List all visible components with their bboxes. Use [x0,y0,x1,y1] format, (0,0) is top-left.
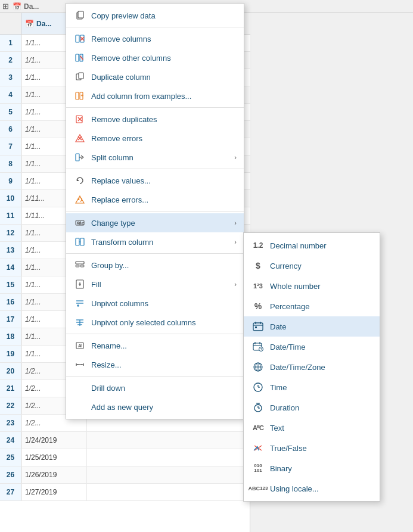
split-column-icon [73,151,86,163]
change-type-submenu: 1.2 Decimal number $ Currency 1²3 Whole … [243,232,380,502]
menu-item-transform-column[interactable]: Transform column › [66,232,244,251]
menu-item-drill-down[interactable]: Drill down [66,378,244,397]
transform-column-icon [73,236,86,248]
svg-marker-26 [78,198,80,200]
svg-rect-34 [76,265,79,267]
submenu-item-percentage[interactable]: % Percentage [244,296,380,316]
submenu-item-decimal-number[interactable]: 1.2 Decimal number [244,235,380,256]
date-time-icon [251,340,265,353]
remove-columns-icon [73,33,86,45]
menu-item-remove-other-columns[interactable]: Remove other columns [66,48,244,67]
rename-label: Rename... [91,341,237,350]
resize-label: Resize... [91,360,237,369]
change-type-arrow: › [234,219,237,226]
submenu-item-currency[interactable]: $ Currency [244,256,380,276]
add-column-examples-icon: + [73,90,86,102]
copy-icon [73,10,86,21]
menu-item-rename[interactable]: A Rename... [66,336,244,355]
menu-item-remove-duplicates[interactable]: Remove duplicates [66,110,244,129]
date-time-zone-label: Date/Time/Zone [270,363,372,372]
menu-item-replace-errors[interactable]: Replace errors... [66,190,244,209]
drill-down-icon [73,382,86,394]
remove-duplicates-label: Remove duplicates [91,115,237,124]
menu-item-remove-errors[interactable]: Remove errors [66,129,244,148]
replace-values-icon [73,175,86,186]
menu-item-resize[interactable]: Resize... [66,355,244,374]
menu-item-group-by[interactable]: Group by... [66,256,244,275]
submenu-item-date-time[interactable]: Date/Time [244,337,380,357]
replace-errors-label: Replace errors... [91,195,237,204]
svg-text:+: + [81,93,84,98]
separator [66,334,244,334]
svg-marker-25 [76,196,84,203]
rename-icon: A [73,340,86,351]
menu-item-copy-preview[interactable]: Copy preview data [66,6,244,25]
fill-icon [73,278,86,290]
menu-item-add-new-query[interactable]: Add as new query [66,397,244,416]
change-type-label: Change type [91,219,234,228]
currency-icon: $ [251,259,265,272]
group-by-label: Group by... [91,261,237,270]
submenu-item-whole-number[interactable]: 1²3 Whole number [244,276,380,296]
remove-errors-icon [73,132,86,144]
resize-icon [73,359,86,371]
svg-rect-1 [78,11,83,18]
separator [66,211,244,211]
svg-marker-24 [77,179,79,181]
svg-marker-54 [81,364,82,365]
svg-rect-35 [80,265,84,267]
menu-item-fill[interactable]: Fill › [66,275,244,294]
copy-preview-label: Copy preview data [91,11,237,20]
submenu-item-text[interactable]: AᴮC Text [244,418,380,438]
decimal-number-label: Decimal number [270,241,372,250]
submenu-item-using-locale[interactable]: ABC123 Using locale... [244,478,380,499]
add-column-examples-label: Add column from examples... [91,92,237,101]
menu-item-change-type[interactable]: ABC 123 Change type › [66,213,244,232]
separator [66,376,244,377]
menu-item-remove-columns[interactable]: Remove columns [66,29,244,48]
svg-rect-55 [253,323,263,331]
unpivot-selected-icon [73,316,86,328]
submenu-item-date-time-zone[interactable]: Date/Time/Zone [244,357,380,377]
menu-item-unpivot-columns[interactable]: Unpivot columns [66,294,244,313]
submenu-item-date[interactable]: Date [244,316,380,337]
percentage-label: Percentage [270,302,372,311]
menu-item-replace-values[interactable]: Replace values... [66,171,244,190]
decimal-number-icon: 1.2 [251,239,265,252]
menu-item-split-column[interactable]: Split column › [66,148,244,167]
duplicate-column-label: Duplicate column [91,73,237,82]
submenu-item-binary[interactable]: 010101 Binary [244,458,380,478]
percentage-icon: % [251,300,265,313]
transform-column-label: Transform column [91,238,234,247]
submenu-item-duration[interactable]: Duration [244,397,380,418]
table-row: 271/27/2019 [0,484,250,501]
remove-errors-label: Remove errors [91,134,237,143]
table-row: 261/26/2019 [0,466,250,484]
fill-label: Fill [91,280,234,289]
submenu-item-time[interactable]: Time [244,377,380,397]
fill-arrow: › [234,281,237,288]
date-label: Date [270,322,372,331]
remove-other-columns-icon [73,52,86,64]
whole-number-icon: 1²3 [251,279,265,293]
svg-rect-59 [255,326,257,328]
split-column-arrow: › [234,154,237,161]
remove-columns-label: Remove columns [91,35,237,43]
separator [66,253,244,254]
split-column-label: Split column [91,153,234,162]
menu-item-duplicate-column[interactable]: Duplicate column [66,67,244,86]
svg-rect-6 [76,54,79,61]
submenu-item-true-false[interactable]: True/False [244,438,380,458]
time-icon [251,381,265,394]
col-header-label: Da... [24,2,39,11]
duration-label: Duration [270,403,372,412]
menu-item-unpivot-selected[interactable]: Unpivot only selected columns [66,313,244,332]
whole-number-label: Whole number [270,282,372,291]
date-icon [251,320,265,333]
svg-marker-53 [77,364,79,365]
menu-item-add-column-examples[interactable]: + Add column from examples... [66,86,244,105]
text-icon: AᴮC [251,421,265,434]
unpivot-columns-icon [73,297,86,309]
text-label: Text [270,424,372,433]
svg-rect-30 [76,238,79,245]
